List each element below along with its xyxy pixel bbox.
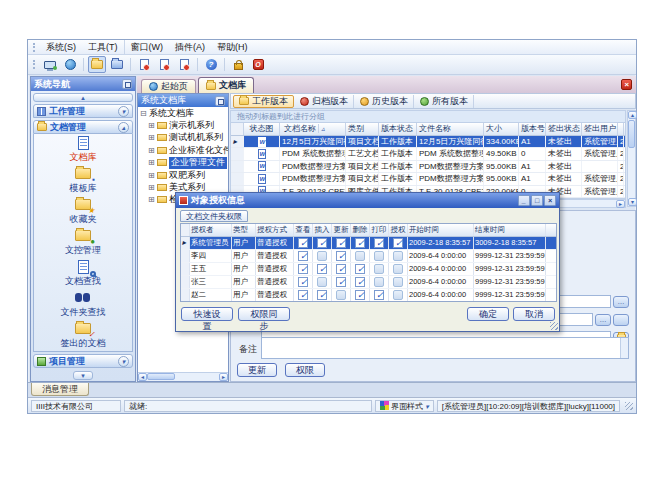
sidebar-scroll-down[interactable]: ▾	[73, 371, 93, 380]
update-checkbox[interactable]	[336, 277, 346, 287]
quick-setup-button[interactable]: 快速设置	[181, 307, 233, 321]
print-checkbox[interactable]	[374, 290, 384, 300]
tree-node[interactable]: ⊞ 企业管理文件	[138, 157, 228, 169]
expand-icon[interactable]: ⊞	[148, 195, 157, 204]
view-checkbox[interactable]	[298, 238, 308, 248]
column-header[interactable]: 状态图	[244, 123, 280, 135]
column-header[interactable]: 签出状态	[546, 123, 582, 135]
permission-row[interactable]: ▸ 王五 用户 普通授权 2009-6-4 0:00:00 9999-12-31…	[181, 263, 556, 276]
pin-icon[interactable]	[122, 79, 132, 89]
maximize-icon[interactable]: □	[531, 195, 543, 206]
delete-checkbox[interactable]	[355, 251, 365, 261]
sidebar-group-project[interactable]: 项目管理 ▾	[33, 354, 133, 368]
close-icon[interactable]: ×	[621, 79, 632, 90]
expand-icon[interactable]: ⊞	[148, 146, 157, 155]
toolbar-grip[interactable]	[33, 43, 37, 52]
grant-checkbox[interactable]	[393, 290, 403, 300]
menu-item[interactable]: 系统(S)	[40, 40, 82, 55]
tree-node[interactable]: ⊞ 双肥系列	[138, 169, 228, 181]
doc-edit-button[interactable]	[155, 56, 173, 73]
column-header[interactable]: 查看	[294, 224, 313, 236]
update-checkbox[interactable]	[336, 264, 346, 274]
collapse-icon[interactable]: ⊟	[140, 109, 149, 118]
resize-grip[interactable]	[625, 402, 633, 410]
print-checkbox[interactable]	[374, 251, 384, 261]
sidebar-item-doc-library[interactable]: 文档库	[34, 134, 132, 165]
open-folder-button[interactable]	[88, 56, 106, 73]
view-checkbox[interactable]	[298, 251, 308, 261]
column-header[interactable]: 授权者	[190, 224, 232, 236]
tree-node[interactable]: ⊞ 演示机系列	[138, 119, 228, 131]
grant-checkbox[interactable]	[393, 238, 403, 248]
tab-work-version[interactable]: 工作版本	[233, 95, 294, 108]
permission-row[interactable]: ▸ 张三 用户 普通授权 2009-6-4 0:00:00 9999-12-31…	[181, 276, 556, 289]
expand-icon[interactable]: ⊞	[148, 183, 157, 192]
expand-icon[interactable]: ⊞	[148, 171, 157, 180]
column-header[interactable]: 类型	[232, 224, 256, 236]
tree-horizontal-scrollbar[interactable]: ◂ ▸	[138, 372, 228, 381]
update-checkbox[interactable]	[336, 290, 346, 300]
sidebar-group-work[interactable]: 工作管理 ▾	[33, 104, 133, 118]
tab-archive-version[interactable]: 归档版本	[295, 95, 354, 108]
insert-checkbox[interactable]	[317, 251, 327, 261]
column-header[interactable]: 版本号	[519, 123, 546, 135]
permission-sync-button[interactable]: 权限同步	[238, 307, 290, 321]
remark-scrollbar[interactable]	[620, 338, 628, 358]
scroll-right-icon[interactable]: ▸	[219, 373, 228, 381]
update-checkbox[interactable]	[336, 238, 346, 248]
cancel-button[interactable]: 取消	[513, 307, 555, 321]
view-checkbox[interactable]	[298, 290, 308, 300]
sidebar-group-document[interactable]: 文档管理 ▴	[33, 120, 133, 134]
column-header[interactable]: 大小	[484, 123, 519, 135]
ellipsis-button[interactable]: …	[595, 314, 611, 326]
folders-button[interactable]	[108, 56, 126, 73]
column-header[interactable]: 授权方式	[256, 224, 294, 236]
update-button[interactable]: 更新	[237, 363, 277, 377]
lock-button[interactable]	[229, 56, 247, 73]
table-row[interactable]: ▸ PDM数据整理方案2.doc 项目文档 工作版本 PDM数据整理方案2.do…	[231, 173, 625, 185]
table-row[interactable]: ▸ PDM数据整理方案.doc 项目文档 工作版本 PDM数据整理方案.doc …	[231, 161, 625, 173]
tree-node[interactable]: ⊞ 企业标准化文件	[138, 144, 228, 156]
sidebar-item-template-library[interactable]: ▪ 模板库	[34, 165, 132, 196]
update-checkbox[interactable]	[336, 251, 346, 261]
insert-checkbox[interactable]	[317, 290, 327, 300]
scrollbar-thumb[interactable]	[147, 373, 175, 380]
column-header[interactable]: 类别	[346, 123, 379, 135]
menu-item[interactable]: 帮助(H)	[211, 40, 254, 55]
delete-checkbox[interactable]	[355, 264, 365, 274]
pin-icon[interactable]	[215, 96, 225, 106]
tab-message-management[interactable]: 消息管理	[31, 383, 89, 396]
tree-root[interactable]: ⊟ 系统文档库	[138, 107, 228, 119]
help-button[interactable]: ?	[202, 56, 220, 73]
sidebar-item-doc-control[interactable]: ● 文控管理	[34, 227, 132, 258]
column-header[interactable]: 插入	[313, 224, 332, 236]
sidebar-scroll-up[interactable]: ▴	[33, 93, 133, 102]
exit-button[interactable]: O	[249, 56, 267, 73]
permission-row[interactable]: ▸ 赵二 用户 普通授权 2009-6-4 0:00:00 9999-12-31…	[181, 289, 556, 302]
menu-item[interactable]: 插件(A)	[169, 40, 211, 55]
scrollbar-thumb[interactable]	[628, 120, 635, 148]
ok-button[interactable]: 确定	[467, 307, 509, 321]
ui-style-selector[interactable]: 界面样式 ▾	[375, 400, 434, 412]
dialog-title-bar[interactable]: 对象授权信息 _ □ ×	[176, 193, 559, 208]
print-checkbox[interactable]	[374, 264, 384, 274]
delete-checkbox[interactable]	[355, 277, 365, 287]
delete-checkbox[interactable]	[355, 238, 365, 248]
table-row[interactable]: ▸ 12月5日万兴隆同行... 项目文档 工作版本 12月5日万兴隆同行... …	[231, 136, 625, 148]
view-checkbox[interactable]	[298, 264, 308, 274]
sidebar-item-folder-search[interactable]: 文件夹查找	[34, 289, 132, 320]
grant-checkbox[interactable]	[393, 264, 403, 274]
tab-history-version[interactable]: 历史版本	[355, 95, 414, 108]
column-header[interactable]: 文件名称	[417, 123, 484, 135]
column-header[interactable]: 签出用户	[582, 123, 618, 135]
menu-item[interactable]: 工具(T)	[82, 40, 124, 55]
menu-item[interactable]: 窗口(W)	[124, 40, 170, 55]
scroll-down-icon[interactable]: ▾	[628, 198, 637, 206]
print-checkbox[interactable]	[374, 238, 384, 248]
insert-checkbox[interactable]	[317, 277, 327, 287]
sidebar-item-doc-search[interactable]: 文档查找	[34, 258, 132, 289]
column-header[interactable]: 版本状态	[379, 123, 417, 135]
column-header[interactable]: 结束时间	[474, 224, 546, 236]
tree-node[interactable]: ⊞ 测试机机系列	[138, 132, 228, 144]
insert-checkbox[interactable]	[317, 264, 327, 274]
